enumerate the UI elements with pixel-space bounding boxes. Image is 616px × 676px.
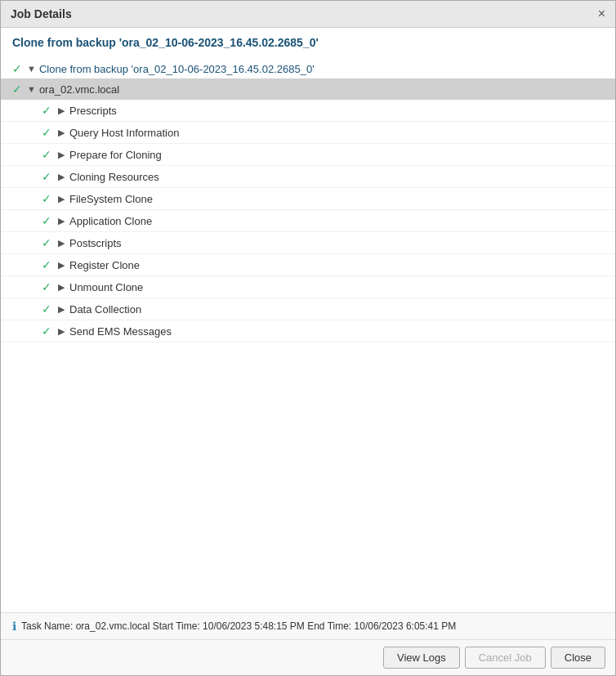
task-item[interactable]: ✓▶Postscripts — [1, 232, 615, 254]
task-expand-arrow-icon: ▶ — [58, 238, 65, 248]
task-label: Register Clone — [69, 259, 140, 271]
dialog-close-button[interactable]: × — [598, 7, 605, 20]
task-label: Prescripts — [69, 105, 117, 117]
task-label: Unmount Clone — [69, 281, 143, 293]
host-expand-arrow-icon: ▼ — [27, 84, 36, 94]
task-check-icon: ✓ — [42, 236, 51, 249]
task-check-icon: ✓ — [42, 214, 51, 227]
task-expand-arrow-icon: ▶ — [58, 216, 65, 226]
task-check-icon: ✓ — [42, 325, 51, 338]
task-check-icon: ✓ — [42, 148, 51, 161]
status-bar: ℹ Task Name: ora_02.vmc.local Start Time… — [1, 612, 615, 639]
task-item[interactable]: ✓▶Prescripts — [1, 100, 615, 122]
task-label: Postscripts — [69, 237, 122, 249]
task-item[interactable]: ✓▶Application Clone — [1, 210, 615, 232]
host-label: ora_02.vmc.local — [39, 83, 119, 96]
task-item[interactable]: ✓▶Unmount Clone — [1, 276, 615, 298]
task-label: Cloning Resources — [69, 171, 159, 183]
tree-root-item[interactable]: ✓ ▼ Clone from backup 'ora_02_10-06-2023… — [1, 59, 615, 78]
task-check-icon: ✓ — [42, 192, 51, 205]
task-item[interactable]: ✓▶Cloning Resources — [1, 166, 615, 188]
task-expand-arrow-icon: ▶ — [58, 326, 65, 337]
task-expand-arrow-icon: ▶ — [58, 260, 65, 271]
dialog-footer: View Logs Cancel Job Close — [1, 639, 615, 675]
task-label: Send EMS Messages — [69, 325, 172, 338]
task-check-icon: ✓ — [42, 104, 51, 117]
status-text: Task Name: ora_02.vmc.local Start Time: … — [21, 620, 456, 632]
root-expand-arrow-icon: ▼ — [27, 64, 36, 74]
root-item-label: Clone from backup 'ora_02_10-06-2023_16.… — [39, 63, 315, 75]
task-expand-arrow-icon: ▶ — [58, 304, 65, 315]
job-details-dialog: Job Details × Clone from backup 'ora_02_… — [0, 0, 616, 676]
dialog-title: Job Details — [11, 7, 72, 20]
task-list: ✓▶Prescripts✓▶Query Host Information✓▶Pr… — [1, 100, 615, 342]
close-button[interactable]: Close — [551, 647, 605, 669]
job-tree: ✓ ▼ Clone from backup 'ora_02_10-06-2023… — [1, 56, 615, 612]
task-expand-arrow-icon: ▶ — [58, 282, 65, 293]
task-label: Data Collection — [69, 303, 141, 316]
task-expand-arrow-icon: ▶ — [58, 194, 65, 204]
host-check-icon: ✓ — [12, 83, 22, 96]
task-label: Query Host Information — [69, 127, 179, 139]
dialog-body: Clone from backup 'ora_02_10-06-2023_16.… — [1, 28, 615, 612]
task-expand-arrow-icon: ▶ — [58, 105, 65, 116]
task-item[interactable]: ✓▶Send EMS Messages — [1, 320, 615, 342]
task-expand-arrow-icon: ▶ — [58, 150, 65, 160]
task-check-icon: ✓ — [42, 280, 51, 293]
task-expand-arrow-icon: ▶ — [58, 128, 65, 138]
dialog-header: Job Details × — [1, 1, 615, 28]
task-check-icon: ✓ — [42, 126, 51, 139]
task-check-icon: ✓ — [42, 170, 51, 183]
job-header: Clone from backup 'ora_02_10-06-2023_16.… — [1, 28, 615, 56]
task-item[interactable]: ✓▶Register Clone — [1, 254, 615, 276]
task-item[interactable]: ✓▶Query Host Information — [1, 122, 615, 144]
task-expand-arrow-icon: ▶ — [58, 172, 65, 182]
task-item[interactable]: ✓▶FileSystem Clone — [1, 188, 615, 210]
task-label: FileSystem Clone — [69, 193, 153, 205]
info-icon: ℹ — [12, 620, 16, 633]
task-check-icon: ✓ — [42, 302, 51, 316]
task-label: Prepare for Cloning — [69, 149, 162, 161]
cancel-job-button[interactable]: Cancel Job — [465, 647, 546, 669]
task-item[interactable]: ✓▶Prepare for Cloning — [1, 144, 615, 166]
host-item[interactable]: ✓ ▼ ora_02.vmc.local — [1, 78, 615, 100]
task-item[interactable]: ✓▶Data Collection — [1, 298, 615, 320]
task-label: Application Clone — [69, 215, 152, 227]
view-logs-button[interactable]: View Logs — [383, 647, 460, 669]
root-check-icon: ✓ — [12, 62, 22, 75]
task-check-icon: ✓ — [42, 258, 51, 271]
